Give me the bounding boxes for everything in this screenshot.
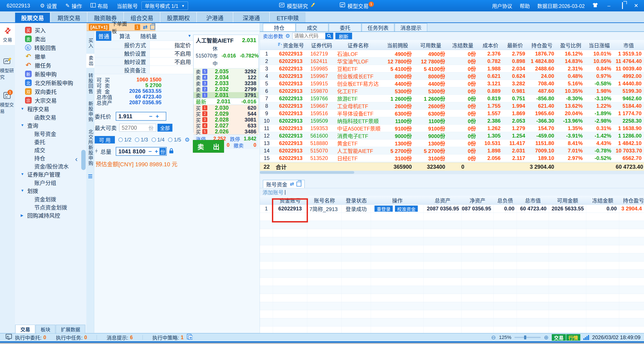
relogin-button[interactable]: 重登录	[374, 205, 393, 212]
sidebar-subitem-18[interactable]: 账户分组	[15, 178, 86, 186]
column-header-10[interactable]: 盈亏比例	[556, 40, 585, 50]
help-link[interactable]: 帮助	[520, 2, 530, 9]
sidebar-item-0[interactable]: 买买入	[15, 26, 86, 34]
sell-submit-button[interactable]: 卖 出	[193, 140, 224, 153]
main-tab-5[interactable]: 沪港通	[197, 12, 232, 22]
rail-item-trade[interactable]: ⇄ 交易	[0, 23, 15, 45]
order-mode-tab-0[interactable]: 普通	[96, 31, 111, 41]
position-row[interactable]: 662022913159870化工ETF5300份5300份0份0.8890.9…	[260, 87, 644, 95]
field-value[interactable]: 不启用	[150, 49, 193, 57]
fraction-settings-gear-icon[interactable]: ⚙	[185, 137, 190, 143]
column-header-0[interactable]	[260, 40, 274, 50]
account-column-header-6[interactable]: 净资产	[462, 196, 494, 204]
refresh-button[interactable]: 刷新	[336, 33, 352, 39]
account-funds-tab[interactable]: 账号资金 ⇄	[263, 180, 305, 188]
duplicate-icon[interactable]	[150, 25, 155, 30]
position-row[interactable]: 362022913159985豆粕ETF5 4100份5 4100份0份1.98…	[260, 65, 644, 72]
available-button[interactable]: 可 用	[95, 136, 115, 144]
zoom-out-icon[interactable]: ⊖	[491, 334, 496, 341]
sidebar-item-1[interactable]: 卖卖出	[15, 34, 86, 43]
mini-tab-1[interactable]: 板块	[36, 325, 55, 333]
sidebar-subitem-21[interactable]: 节点资金划拨	[15, 203, 86, 211]
order-side-tab-2[interactable]: 转股回售	[86, 71, 94, 96]
mini-tab-0[interactable]: 交易	[16, 325, 35, 333]
position-row[interactable]: 462022913159967创业板成长ETF8000份8000份0份0.621…	[260, 72, 644, 80]
params-gear-icon[interactable]: ⚙	[285, 33, 290, 39]
sidebar-subitem-10[interactable]: 函数交易	[15, 113, 86, 121]
order-mode-tab-2[interactable]: 随机量	[138, 31, 159, 41]
sidebar-item-4[interactable]: ↶撤任务	[15, 61, 86, 70]
zoom-slider-knob[interactable]	[524, 336, 526, 340]
column-header-9[interactable]: 持仓盈亏	[527, 40, 556, 50]
order-side-tab-1[interactable]: 卖出	[86, 54, 94, 68]
sidebar-item-7[interactable]: 双双向委托	[15, 87, 86, 96]
column-header-1[interactable]: 资金账号	[274, 40, 308, 50]
sidebar-item-6[interactable]: 北北交所新股申购	[15, 78, 86, 87]
column-header-2[interactable]: 证券代码	[308, 40, 335, 50]
minimize-button[interactable]: –	[606, 3, 612, 9]
fraction-radio-1[interactable]: 1/3	[135, 137, 148, 143]
main-tab-6[interactable]: 深港通	[234, 12, 269, 22]
account-column-header-5[interactable]: 总资产	[424, 196, 462, 204]
position-row[interactable]: 162022913162719石油LOF4900份4900份0份2.3762.7…	[260, 50, 644, 57]
model-research-button[interactable]: 模型研究	[279, 2, 316, 10]
swap-icon[interactable]: ⇄	[290, 181, 294, 187]
sidebar-group-19[interactable]: ▼划拨	[15, 186, 86, 195]
horizontal-scrollbar[interactable]	[260, 171, 644, 174]
sidebar-item-2[interactable]: 股转股回售	[15, 43, 86, 52]
main-tab-7[interactable]: ETF申赎	[270, 12, 305, 22]
column-header-5[interactable]: 可用数量	[414, 40, 448, 50]
positions-tab-1[interactable]: 成交	[296, 23, 328, 31]
position-row[interactable]: 1662022913513310中韩半导体ETF1400份1400份0份3.24…	[260, 162, 644, 163]
account-column-header-0[interactable]	[260, 196, 273, 204]
sidebar-drag-handle[interactable]	[81, 150, 86, 170]
account-column-header-3[interactable]: 登录状态	[342, 196, 371, 204]
account-column-header-10[interactable]: 冻结金额	[586, 196, 619, 204]
position-row[interactable]: 562022913159915创业板ETF易方达4400份4400份0份3.12…	[260, 80, 644, 87]
layout-menu[interactable]: 布局	[90, 2, 108, 10]
settings-menu[interactable]: ⚙设置	[40, 2, 57, 10]
position-row[interactable]: 1162022913159353中证A500ETF景顺9100份9100份0份1…	[260, 125, 644, 132]
main-tab-0[interactable]: 股票交易	[15, 12, 50, 22]
sidebar-item-8[interactable]: 宗大宗交易	[15, 96, 86, 105]
position-row[interactable]: 1062022913159509纳指科技ETF景顺1100份1100份0份2.3…	[260, 117, 644, 125]
account-column-header-9[interactable]: 可用金额	[549, 196, 586, 204]
account-column-header-7[interactable]: 总负债	[494, 196, 517, 204]
price-plus-button[interactable]: +	[154, 113, 160, 120]
restore-button[interactable]	[620, 3, 626, 9]
filter-icon[interactable]	[278, 42, 282, 48]
menu-handle-icon[interactable]	[88, 174, 92, 178]
mini-tab-2[interactable]: 扩展数据	[56, 325, 85, 333]
main-tab-4[interactable]: 股票期权	[161, 12, 196, 22]
positions-tab-4[interactable]: 消息提示	[395, 23, 427, 31]
column-header-8[interactable]: 最新价	[503, 40, 527, 50]
field-value[interactable]: 不启用	[150, 57, 193, 66]
max-sell-input[interactable]	[120, 124, 148, 131]
search-button[interactable]	[325, 33, 333, 39]
all-button[interactable]: 全部	[158, 124, 172, 132]
quantity-minus-button[interactable]: −	[147, 148, 153, 155]
price-minus-button[interactable]: −	[148, 113, 154, 120]
column-header-4[interactable]: 当前拥股	[381, 40, 414, 50]
position-row[interactable]: 1262022913561600消费电子ETF9000份9000份0份1.305…	[260, 132, 644, 140]
account-mode-dropdown[interactable]: 单账号模式 1/1▼	[142, 1, 188, 10]
column-header-3[interactable]: 证券名称	[335, 40, 381, 50]
column-header-12[interactable]: 市值	[614, 40, 644, 50]
code-search-input[interactable]	[292, 33, 325, 39]
order-side-tab-0[interactable]: 买入	[86, 36, 94, 50]
account-column-header-2[interactable]: 账号名称	[307, 196, 342, 204]
field-value[interactable]: 指定价	[150, 41, 193, 49]
sidebar-subitem-13[interactable]: 委托	[15, 138, 86, 146]
add-account-link[interactable]: 添加账号	[262, 188, 284, 196]
position-row[interactable]: 1362022913518880黄金ETF1300份1300份0份10.5311…	[260, 140, 644, 147]
zoom-slider[interactable]	[514, 337, 541, 338]
calibrate-funds-button[interactable]: 校准资金	[395, 205, 418, 212]
position-row[interactable]: 962022913159516半导体设备ETF6300份6300份0份1.557…	[260, 110, 644, 117]
sidebar-subitem-14[interactable]: 成交	[15, 146, 86, 154]
sidebar-subitem-12[interactable]: 账号资金	[15, 130, 86, 138]
strategy-doc-icon[interactable]: M	[187, 334, 192, 341]
rail-item-model-research[interactable]: 模型研究	[0, 54, 15, 82]
swap-icon[interactable]: ⇄	[143, 24, 148, 30]
positions-tab-3[interactable]: 任务列表	[362, 23, 394, 31]
zoom-in-icon[interactable]: ⊕	[544, 334, 549, 341]
